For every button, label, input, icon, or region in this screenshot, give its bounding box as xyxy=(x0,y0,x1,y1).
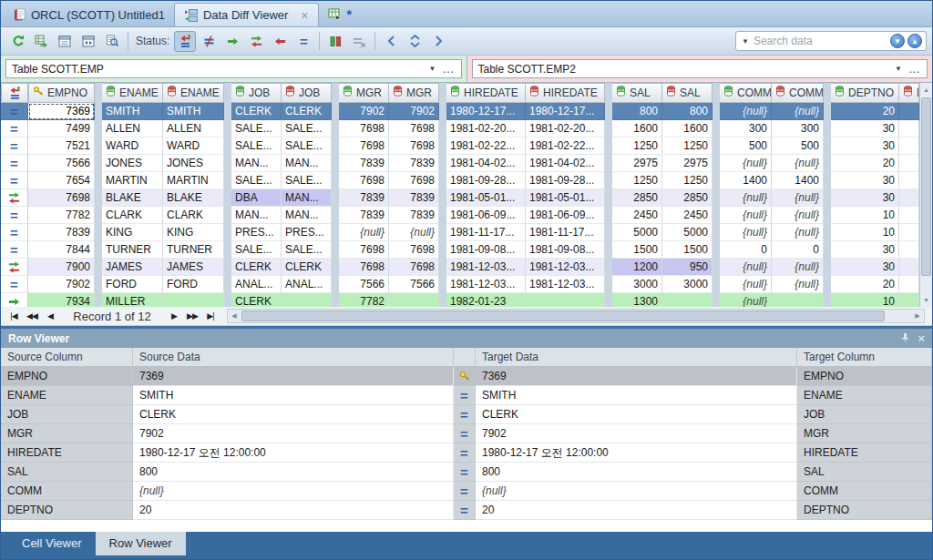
grid-cell[interactable]: 30 xyxy=(831,241,899,259)
grid-header-ename[interactable]: ENAME xyxy=(163,83,224,103)
grid-cell[interactable]: 20 xyxy=(831,155,899,172)
next-page-button[interactable]: ▶▶ xyxy=(183,308,201,325)
grid-header-job[interactable]: JOB xyxy=(231,83,282,103)
grid-cell[interactable]: 1500 xyxy=(612,241,662,259)
grid-data-row[interactable]: 7934MILLERCLERK77821982-01-231300{null}1… xyxy=(1,293,919,307)
grid-header-d[interactable]: D xyxy=(899,83,919,103)
grid-cell[interactable]: 1981-12-03... xyxy=(446,259,526,276)
grid-cell[interactable]: {null} xyxy=(720,224,772,241)
grid-cell[interactable]: 3000 xyxy=(612,276,662,293)
grid-cell[interactable]: KING xyxy=(163,224,224,241)
source-data-value[interactable]: 800 xyxy=(133,463,454,482)
grid-cell[interactable]: 1980-12-17... xyxy=(526,103,605,120)
grid-cell[interactable]: 1250 xyxy=(662,137,713,155)
grid-cell[interactable]: 7844 xyxy=(28,241,95,259)
filter-changed-button[interactable] xyxy=(174,31,196,52)
layout-button[interactable] xyxy=(54,31,76,52)
grid-data-row[interactable]: =7844TURNERTURNERSALE...SALE...769876981… xyxy=(1,241,919,259)
grid-cell[interactable]: 1980-12-17... xyxy=(446,103,526,120)
grid-cell[interactable]: 1981-06-09... xyxy=(446,207,526,224)
grid-cell[interactable] xyxy=(899,137,919,155)
tab-cell-viewer[interactable]: Cell Viewer xyxy=(8,532,96,555)
scrollbar-thumb[interactable] xyxy=(921,97,931,276)
grid-cell[interactable]: {null} xyxy=(772,103,824,120)
scrollbar-thumb[interactable] xyxy=(241,311,885,321)
grid-cell[interactable]: JAMES xyxy=(163,259,224,276)
grid-cell[interactable]: 7698 xyxy=(28,189,95,207)
grid-cell[interactable]: 1981-09-08... xyxy=(526,241,605,259)
grid-cell[interactable]: WARD xyxy=(102,137,163,155)
grid-cell[interactable]: 7782 xyxy=(339,293,389,307)
row-viewer-row[interactable]: DEPTNO20=20DEPTNO xyxy=(1,501,932,520)
grid-data-row[interactable]: =7566JONESJONESMAN...MAN...783978391981-… xyxy=(1,155,919,172)
export-button[interactable] xyxy=(30,31,52,52)
grid-cell[interactable]: 2850 xyxy=(662,189,713,207)
filter-deleted-button[interactable] xyxy=(269,31,291,52)
grid-header-sal[interactable]: SAL xyxy=(612,83,662,103)
grid-cell[interactable]: 1981-09-28... xyxy=(526,172,605,189)
filter-updated-button[interactable] xyxy=(245,31,267,52)
grid-cell[interactable]: 7698 xyxy=(339,259,389,276)
grid-cell[interactable] xyxy=(899,189,919,207)
grid-cell[interactable]: 1981-12-03... xyxy=(526,259,605,276)
grid-cell[interactable]: 5000 xyxy=(612,224,662,241)
grid-cell[interactable]: 7698 xyxy=(389,259,439,276)
search-prev-icon[interactable]: ▲ xyxy=(907,34,922,48)
next-diff-button[interactable] xyxy=(427,31,449,52)
filter-inserted-button[interactable] xyxy=(221,31,243,52)
grid-cell[interactable]: FORD xyxy=(102,276,163,293)
source-data-value[interactable]: 20 xyxy=(133,501,454,520)
grid-cell[interactable]: 800 xyxy=(662,103,713,120)
target-data-value[interactable]: 7902 xyxy=(476,424,797,443)
grid-cell[interactable]: MILLER xyxy=(102,293,163,307)
grid-cell[interactable]: {null} xyxy=(772,207,824,224)
grid-cell[interactable]: {null} xyxy=(772,276,824,293)
grid-cell[interactable]: MAN... xyxy=(282,207,332,224)
grid-cell[interactable]: 7839 xyxy=(389,189,439,207)
grid-header-job[interactable]: JOB xyxy=(282,83,332,103)
grid-cell[interactable]: {null} xyxy=(720,189,772,207)
grid-data-row[interactable]: =7521WARDWARDSALE...SALE...769876981981-… xyxy=(1,137,919,155)
grid-data-row[interactable]: =7839KINGKINGPRES...PRES...{null}{null}1… xyxy=(1,224,919,241)
target-data-value[interactable]: SMITH xyxy=(476,386,797,405)
last-record-button[interactable]: ▶| xyxy=(201,308,220,325)
browse-icon[interactable]: … xyxy=(908,63,921,75)
grid-cell[interactable]: 7566 xyxy=(339,276,389,293)
grid-cell[interactable]: 1250 xyxy=(612,172,662,189)
grid-cell[interactable]: 0 xyxy=(720,241,772,259)
grid-cell[interactable]: 1981-05-01... xyxy=(446,189,526,207)
grid-data-row[interactable]: =7782CLARKCLARKMAN...MAN...783978391981-… xyxy=(1,207,919,224)
grid-cell[interactable]: JAMES xyxy=(102,259,163,276)
grid-cell[interactable]: 1981-04-02... xyxy=(526,155,605,172)
grid-cell[interactable]: 1400 xyxy=(720,172,772,189)
grid-cell[interactable]: 1982-01-23 xyxy=(446,293,526,307)
grid-cell[interactable]: 7499 xyxy=(28,120,95,137)
grid-cell[interactable]: MARTIN xyxy=(102,172,163,189)
grid-cell[interactable]: 1981-04-02... xyxy=(446,155,526,172)
grid-cell[interactable]: 7839 xyxy=(339,189,389,207)
grid-cell[interactable] xyxy=(899,293,919,307)
close-icon[interactable]: × xyxy=(301,9,308,22)
grid-cell[interactable]: 7698 xyxy=(339,120,389,137)
grid-header-ename[interactable]: ENAME xyxy=(102,83,163,103)
grid-cell[interactable]: ALLEN xyxy=(163,120,224,137)
row-viewer-header-Target Column[interactable]: Target Column xyxy=(797,348,932,366)
diff-navigator-button[interactable] xyxy=(404,31,425,52)
filter-equal-button[interactable]: = xyxy=(292,31,314,52)
grid-cell[interactable]: 7900 xyxy=(28,259,95,276)
grid-cell[interactable]: 7782 xyxy=(28,207,95,224)
grid-cell[interactable]: 2975 xyxy=(662,155,713,172)
grid-cell[interactable]: 1250 xyxy=(662,172,713,189)
grid-cell[interactable]: 7698 xyxy=(389,241,439,259)
close-icon[interactable]: × xyxy=(918,332,925,344)
grid-cell[interactable]: 5000 xyxy=(662,224,713,241)
grid-cell[interactable]: 2450 xyxy=(612,207,662,224)
grid-header-hiredate[interactable]: HIREDATE xyxy=(446,83,526,103)
grid-cell[interactable] xyxy=(899,155,919,172)
grid-cell[interactable]: 7654 xyxy=(28,172,95,189)
scroll-right-icon[interactable]: ▶ xyxy=(911,310,924,322)
grid-cell[interactable] xyxy=(899,259,919,276)
grid-cell[interactable]: {null} xyxy=(720,103,772,120)
grid-cell[interactable]: 7698 xyxy=(389,137,439,155)
grid-cell[interactable]: CLARK xyxy=(102,207,163,224)
